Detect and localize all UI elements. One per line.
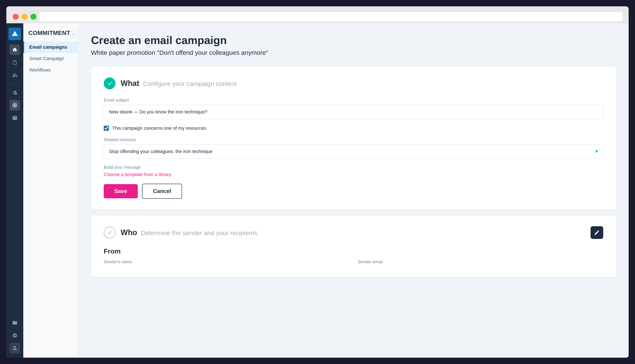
resource-checkbox-group: This campaign concerns one of my resourc…	[104, 126, 603, 131]
main-content: Create an email campaign White paper pro…	[78, 23, 629, 358]
resource-checkbox[interactable]	[104, 126, 109, 131]
traffic-light-green[interactable]	[30, 14, 36, 20]
page-subtitle: White paper promotion "Don't offend your…	[91, 49, 616, 56]
sender-email-group: Sender email	[358, 260, 603, 266]
sidebar-item-email-campaigns[interactable]: Email campaigns	[23, 42, 78, 53]
nav-icon-target[interactable]	[10, 100, 20, 110]
related-resource-group: Related resource Stop offending your col…	[104, 137, 603, 158]
who-step-icon	[104, 227, 116, 238]
who-step-header: Who Determine the sender and your recipi…	[104, 226, 603, 239]
who-edit-button[interactable]	[590, 226, 603, 239]
what-step-desc: Configure your campaign content	[143, 80, 237, 88]
sidebar-nav: Email campaigns Smart Campaign Workflows	[23, 42, 78, 76]
who-step-label: Who	[121, 228, 137, 237]
who-step-card: Who Determine the sender and your recipi…	[91, 216, 616, 277]
sidebar-collapse-button[interactable]	[70, 31, 76, 37]
nav-icon-avatar[interactable]	[10, 343, 20, 354]
related-resource-select[interactable]: Stop offending your colleagues: the iron…	[104, 144, 603, 158]
what-step-label: What	[121, 79, 139, 88]
email-subject-label: Email subject	[104, 98, 603, 103]
nav-icon-mail[interactable]	[10, 112, 20, 123]
left-nav	[6, 23, 23, 358]
what-step-icon	[104, 78, 116, 89]
nav-icon-people[interactable]	[10, 70, 20, 80]
app-logo	[8, 28, 21, 40]
sender-email-label: Sender email	[358, 260, 603, 264]
sidebar-item-smart-campaign[interactable]: Smart Campaign	[23, 53, 78, 64]
nav-icon-document[interactable]	[10, 57, 20, 68]
what-step-card: What Configure your campaign content Ema…	[91, 67, 616, 209]
save-button[interactable]: Save	[104, 184, 138, 198]
nav-icon-settings[interactable]	[10, 330, 20, 341]
email-subject-input[interactable]	[104, 105, 603, 119]
address-bar[interactable]	[39, 12, 622, 21]
nav-divider-1	[10, 84, 19, 84]
template-library-link[interactable]: Choose a template from a library	[104, 172, 171, 177]
sidebar: COMMITMENT Email campaigns Smart Campaig…	[23, 23, 78, 358]
who-step-desc: Determine the sender and your recipients	[141, 230, 258, 236]
build-message-label: Build your message	[104, 165, 603, 170]
sender-name-group: Sender's name	[104, 260, 349, 266]
nav-icon-folder[interactable]	[10, 318, 20, 328]
traffic-light-yellow[interactable]	[22, 14, 28, 20]
build-message-section: Build your message Choose a template fro…	[104, 165, 603, 177]
resource-checkbox-label: This campaign concerns one of my resourc…	[112, 126, 206, 131]
from-title: From	[104, 248, 603, 255]
nav-icon-person-add[interactable]	[10, 87, 20, 98]
what-step-title-group: What Configure your campaign content	[121, 79, 237, 88]
cancel-button[interactable]: Cancel	[142, 184, 182, 199]
email-subject-group: Email subject	[104, 98, 603, 119]
sidebar-item-workflows[interactable]: Workflows	[23, 64, 78, 76]
who-step-title-group: Who Determine the sender and your recipi…	[121, 228, 258, 237]
svg-point-1	[14, 346, 16, 348]
svg-marker-0	[12, 31, 18, 36]
related-resource-select-wrapper: Stop offending your colleagues: the iron…	[104, 144, 603, 158]
sidebar-title: COMMITMENT	[28, 30, 73, 36]
from-section: From Sender's name Sender email	[104, 248, 603, 266]
sender-name-label: Sender's name	[104, 260, 349, 264]
page-title: Create an email campaign	[91, 34, 616, 46]
traffic-light-red[interactable]	[13, 14, 19, 20]
action-buttons: Save Cancel	[104, 184, 603, 199]
nav-icon-home[interactable]	[10, 44, 20, 55]
sidebar-header: COMMITMENT	[23, 30, 78, 42]
what-step-header: What Configure your campaign content	[104, 78, 603, 89]
related-resource-label: Related resource	[104, 137, 603, 142]
sender-fields: Sender's name Sender email	[104, 260, 603, 266]
